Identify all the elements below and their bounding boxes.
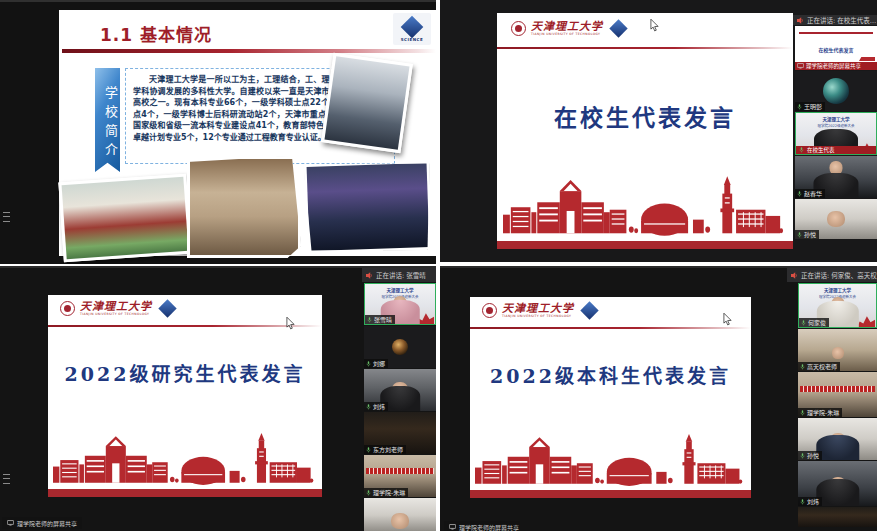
screen-share-pill: 理学院老师的屏幕共享 [2,517,82,529]
mic-icon [797,104,802,110]
participant-face [832,347,844,359]
photo-lobby-group [187,156,301,258]
participant-silhouette [816,479,859,506]
participant-face [391,513,409,529]
participant-name: 孙悦 [804,230,816,239]
participant-name: 赵春华 [804,189,822,198]
mic-icon [797,232,802,238]
slide-title: 2022级本科生代表发言 [470,361,751,388]
university-name: 天津理工大学 [502,303,574,314]
university-header: 天津理工大学 TIANJIN UNIVERSITY OF TECHNOLOGY [482,303,596,318]
photo-visit-hall [321,53,413,153]
science-diamond-icon [580,301,598,319]
header-rule [470,327,751,329]
video-thumb[interactable]: 刘炜 [798,461,877,506]
avatar [823,78,849,104]
video-thumb[interactable]: 理学院-朱琳 [798,372,877,417]
video-thumb-partial[interactable] [798,507,877,527]
participant-face [827,211,845,227]
now-speaking-bar: 正在讲话: 张雪晴 [362,268,436,282]
slide-undergrad-rep: 天津理工大学 TIANJIN UNIVERSITY OF TECHNOLOGY … [470,297,751,498]
video-thumb[interactable]: 孙悦 [795,199,877,239]
university-name-en: TIANJIN UNIVERSITY OF TECHNOLOGY [531,33,603,36]
virtual-bg-line1: 天津理工大学 [799,288,876,295]
panel-toggle-icon[interactable] [3,474,10,484]
video-thumb-screen-share-preview[interactable]: 在校生代表发言 理学院老师的屏幕共享 [795,26,877,70]
participant-name-tag: 王明彰 [795,102,825,111]
mic-icon [800,410,805,416]
now-speaking-text: 正在讲话: 张雪晴 [376,270,426,280]
video-thumb-active-speaker[interactable]: 天津理工大学 理学院2022级迎新大会 在校生代表 [795,112,877,155]
mic-icon [800,499,805,505]
screen-share-pill-text: 理学院老师的屏幕共享 [17,519,77,528]
science-diamond-icon [158,299,176,317]
science-diamond-icon [609,19,627,37]
video-thumb[interactable]: 高天权老师 [798,329,877,371]
screenshot-undergrad-rep: 天津理工大学 TIANJIN UNIVERSITY OF TECHNOLOGY … [440,266,877,531]
video-thumb[interactable]: 理学院-朱琳 [364,455,436,497]
university-seal-icon [511,21,526,36]
university-seal-icon [60,301,75,316]
virtual-bg-line2: 理学院2022级迎新大会 [796,124,876,129]
participant-name: 张雪晴 [374,315,392,324]
screen-share-label-text: 理学院老师的屏幕共享 [806,62,861,70]
speaker-icon [366,272,373,279]
virtual-bg-text: 天津理工大学 理学院2022级迎新大会 [796,117,876,129]
now-speaking-bar: 正在讲话: 在校生代表… [793,15,877,25]
participant-name-tag: 理学院-朱琳 [364,488,408,497]
video-thumb[interactable]: 王明彰 [795,71,877,111]
mic-icon [367,317,372,323]
video-thumb-active-speaker[interactable]: 天津理工大学 理学院2022级迎新大会 张雪晴 [364,283,436,325]
monitor-icon [449,524,456,530]
mic-icon [801,320,806,326]
video-thumb-partial[interactable] [364,498,436,531]
avatar [392,339,408,355]
participant-name-tag: 高天权老师 [798,362,840,371]
mouse-cursor-icon [286,317,295,330]
video-thumb[interactable]: 赵春华 [795,156,877,198]
university-name-en: TIANJIN UNIVERSITY OF TECHNOLOGY [80,313,152,316]
photo-exhibition [303,160,432,254]
participant-name: 理学院-朱琳 [373,488,405,497]
video-thumb-active-speaker[interactable]: 天津理工大学 理学院2022级迎新大会 何家俊 [798,283,877,328]
participant-sidebar: 天津理工大学 理学院2022级迎新大会 张雪晴 刘娜 刘炜 [364,283,436,531]
mouse-cursor-icon [650,19,659,32]
participant-name: 理学院-朱琳 [807,408,839,417]
mic-icon [366,447,371,453]
mic-icon [800,453,805,459]
panel-toggle-icon[interactable] [3,212,10,222]
slide-footer-bar [470,490,751,498]
video-thumb[interactable]: 孙悦 [798,418,877,460]
school-intro-ribbon: 学校简介 [95,68,120,172]
university-wordmark: 天津理工大学 TIANJIN UNIVERSITY OF TECHNOLOGY [502,303,574,318]
active-speaker-label: 在校生代表 [796,146,876,154]
video-thumb[interactable]: 东方刘老师 [364,412,436,454]
participant-name: 何家俊 [808,318,826,327]
university-header: 天津理工大学 TIANJIN UNIVERSITY OF TECHNOLOGY [60,301,174,316]
participant-name: 王明彰 [804,102,822,111]
preview-slide-title: 在校生代表发言 [795,46,877,53]
speaker-icon [791,272,798,279]
slide-title: 在校生代表发言 [497,99,793,133]
mic-icon [366,361,371,367]
participant-name-tag: 孙悦 [798,451,822,460]
header-rule [497,47,793,49]
slide-grad-rep: 天津理工大学 TIANJIN UNIVERSITY OF TECHNOLOGY … [48,295,322,497]
screen-share-label: 理学院老师的屏幕共享 [795,62,877,70]
screenshot-student-rep: 天津理工大学 TIANJIN UNIVERSITY OF TECHNOLOGY … [440,0,877,262]
virtual-bg-skyline [857,315,875,327]
mic-icon [800,364,805,370]
slide-footer-bar [497,241,793,249]
video-thumb[interactable]: 刘炜 [364,369,436,411]
university-header: 天津理工大学 TIANJIN UNIVERSITY OF TECHNOLOGY [511,21,625,36]
video-thumb[interactable]: 刘娜 [364,326,436,368]
mouse-cursor-icon [723,313,732,326]
meeting-room-banner [366,468,434,474]
participant-name: 在校生代表 [807,146,835,154]
participant-name-tag: 张雪晴 [365,315,395,324]
header-rule [48,325,322,327]
participant-name-tag: 刘炜 [798,497,822,506]
participant-sidebar: 在校生代表发言 理学院老师的屏幕共享 王明彰 天津理工大学 理学院2022级迎新… [795,26,877,239]
virtual-bg-line1: 天津理工大学 [365,288,435,295]
participant-name-tag: 何家俊 [799,318,829,327]
